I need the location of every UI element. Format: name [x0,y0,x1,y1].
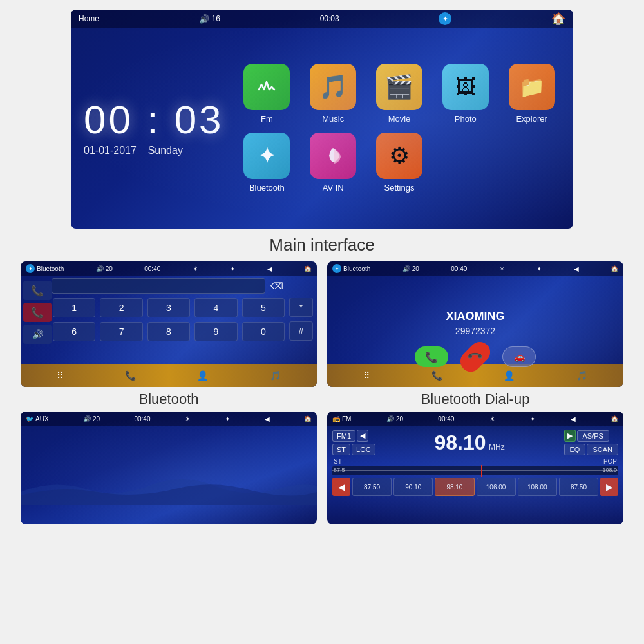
bt-call-bt2-icon: ✦ [536,265,542,272]
app-bluetooth[interactable]: ✦ Bluetooth [238,133,296,193]
fm-bt-icon: ✦ [530,415,535,422]
home-label: Home [79,14,99,23]
backspace-button[interactable]: ⌫ [268,281,286,291]
movie-label: Movie [388,114,411,124]
music-label: Music [322,114,344,124]
aux-panel: 🐦 AUX 🔊 20 00:40 ☀ ✦ ◀ 🏠 [21,412,317,524]
fm-preset-2[interactable]: 90.10 [393,478,433,496]
reject-call-button[interactable]: 📞 [456,337,494,375]
asps-button[interactable]: AS/PS [577,430,609,442]
bluetooth-call-panel: ✦ Bluetooth 🔊 20 00:40 ☀ ✦ ◀ 🏠 XIAOMING … [327,261,623,387]
aux-topbar: 🐦 AUX 🔊 20 00:40 ☀ ✦ ◀ 🏠 [21,412,317,426]
fm-loc-button[interactable]: LOC [352,444,375,455]
accept-call-button[interactable]: 📞 [415,346,448,367]
key-0[interactable]: 0 [242,322,285,341]
fm-home-icon[interactable]: 🏠 [611,415,618,422]
key-star[interactable]: * [289,298,313,317]
fm-presets-row: ◀ 87.50 90.10 98.10 106.00 108.00 87.50 … [332,478,618,496]
bt-call-vol: 🔊 20 [402,265,419,272]
key-2[interactable]: 2 [100,298,142,317]
caller-name: XIAOMING [446,310,504,323]
fm-prev-preset-button[interactable]: ◀ [332,478,350,496]
key-9[interactable]: 9 [194,322,237,341]
fm-time: 00:40 [438,415,454,422]
app-photo[interactable]: 🖼 Photo [437,64,494,124]
avin-icon [310,133,356,179]
fm-play-button[interactable]: ▶ [564,430,576,442]
fm-preset-1[interactable]: 87.50 [352,478,392,496]
bt-dial-home-icon[interactable]: 🏠 [304,265,312,272]
explorer-label: Explorer [516,114,547,124]
fm-preset-6[interactable]: 87.50 [559,478,598,496]
aux-home-icon[interactable]: 🏠 [304,415,312,422]
fm-topbar: 📻 FM 🔊 20 00:40 ☀ ✦ ◀ 🏠 [327,412,623,426]
key-6[interactable]: 6 [53,322,95,341]
fm1-button[interactable]: FM1 [332,430,355,442]
settings-icon: ⚙ [376,133,422,179]
app-settings[interactable]: ⚙ Settings [371,133,428,193]
fm-label: Fm [261,114,273,124]
bluetooth-icon: ✦ [243,133,290,179]
fm-preset-5[interactable]: 108.00 [518,478,557,496]
clock-date: 01-01-2017 Sunday [84,145,225,156]
bt-dial-content: 📞 📞 🔊 ⌫ 1 2 3 4 5 6 7 8 [21,276,317,364]
time-display: 00:03 [320,14,339,23]
bluetooth-dial-panel: ✦ Bluetooth 🔊 20 00:40 ☀ ✦ ◀ 🏠 📞 📞 🔊 ⌫ [21,261,317,387]
bt-dial-bottombar: ⠿ 📞 👤 🎵 [21,364,317,387]
bt-dial-music-btn[interactable]: 🎵 [270,370,281,381]
key-8[interactable]: 8 [147,322,190,341]
bt-dial-calls-btn[interactable]: 📞 [125,370,136,381]
bt-dial-contacts-btn[interactable]: 👤 [197,370,208,381]
clock-time: 00 : 03 [84,100,225,140]
key-hash[interactable]: # [289,321,313,341]
dial-input-field[interactable] [52,278,265,294]
fm-prev-button[interactable]: ◀ [357,430,368,442]
home-icon[interactable]: 🏠 [551,12,565,26]
bt-call-home-icon[interactable]: 🏠 [611,265,618,272]
bt-dial-time: 00:40 [144,265,160,272]
eq-button[interactable]: EQ [564,444,586,455]
bluetooth-panel-label: Bluetooth [21,391,317,408]
fm-sun-icon: ☀ [489,415,495,422]
aux-back-icon[interactable]: ◀ [265,415,270,422]
fm-next-preset-button[interactable]: ▶ [600,478,618,496]
apps-grid: Fm 🎵 Music 🎬 Movie 🖼 Photo 📁 Explorer ✦ [225,64,560,193]
clock-section: 00 : 03 01-01-2017 Sunday [84,100,225,156]
aux-label: 🐦 AUX [26,415,49,422]
bt-dial-keypad-btn[interactable]: ⠿ [57,370,63,381]
app-movie[interactable]: 🎬 Movie [371,64,428,124]
bluetooth-status-icon: ✦ [439,12,451,25]
fm-preset-3[interactable]: 98.10 [435,478,474,496]
call-action-buttons: 📞 📞 🚗 [415,346,536,367]
bt-call-back-icon[interactable]: ◀ [574,265,579,272]
scan-button[interactable]: SCAN [587,444,618,455]
fm-panel: 📻 FM 🔊 20 00:40 ☀ ✦ ◀ 🏠 FM1 ◀ ST [327,412,623,524]
app-avin[interactable]: AV IN [305,133,362,193]
bt-call-topbar: ✦ Bluetooth 🔊 20 00:40 ☀ ✦ ◀ 🏠 [327,261,623,276]
app-fm[interactable]: Fm [238,64,296,124]
fm-preset-4[interactable]: 106.00 [477,478,516,496]
bottom-panels-row: 🐦 AUX 🔊 20 00:40 ☀ ✦ ◀ 🏠 📻 FM 🔊 20 00:40 [6,412,638,524]
volume-display: 🔊 16 [199,14,220,24]
fm-vol: 🔊 20 [386,415,403,422]
key-3[interactable]: 3 [147,298,190,317]
bt-dial-back-icon[interactable]: ◀ [267,265,272,272]
bluetooth-label: Bluetooth [249,183,285,193]
transfer-call-button[interactable]: 🚗 [502,346,536,367]
app-music[interactable]: 🎵 Music [305,64,362,124]
caller-number: 29972372 [455,326,495,336]
fm-back-icon[interactable]: ◀ [571,415,576,422]
bt-dial-bt2-icon: ✦ [230,265,235,272]
aux-wave-decoration [21,466,317,505]
key-4[interactable]: 4 [194,298,237,317]
fm-top-label: 📻 FM [332,415,351,422]
photo-icon: 🖼 [442,64,489,110]
key-1[interactable]: 1 [53,298,95,317]
app-explorer[interactable]: 📁 Explorer [503,64,560,124]
fm-frequency-display: 98.10 MHz [379,432,560,453]
key-7[interactable]: 7 [100,322,142,341]
key-5[interactable]: 5 [242,298,285,317]
fm-st-button[interactable]: ST [332,444,350,455]
main-screen: Home 🔊 16 00:03 ✦ 🏠 00 : 03 01-01-2017 S… [71,10,573,229]
explorer-icon: 📁 [509,64,555,110]
